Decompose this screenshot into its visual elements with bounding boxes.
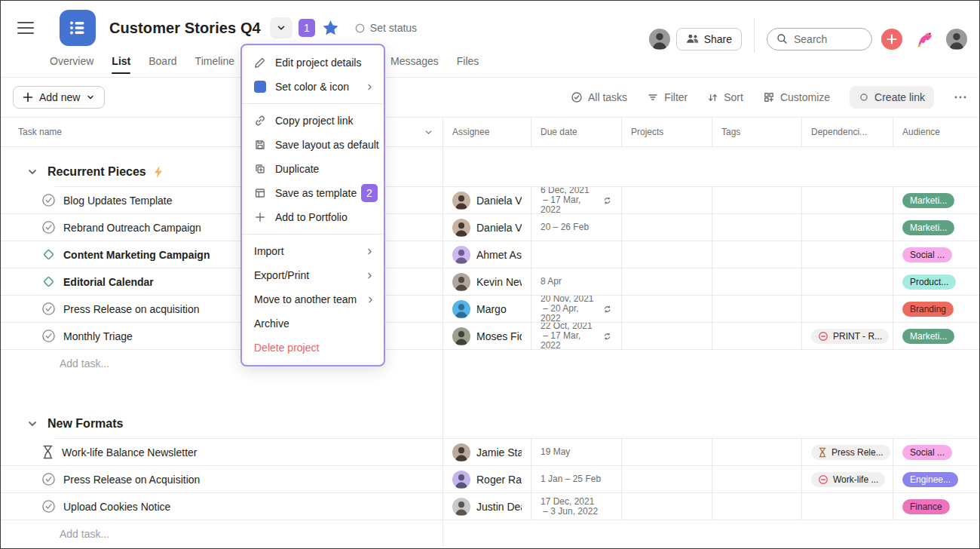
tab-list[interactable]: List: [112, 55, 130, 74]
user-avatar[interactable]: [946, 29, 967, 50]
dependencies-cell[interactable]: PRINT - R...: [801, 323, 893, 349]
task-row[interactable]: Press Release on Acquisition Roger Ray..…: [1, 466, 979, 493]
create-link-button[interactable]: Create link: [850, 86, 934, 109]
task-row[interactable]: Work-life Balance Newsletter Jamie Stap.…: [1, 439, 979, 466]
projects-cell[interactable]: [621, 466, 712, 492]
audience-cell[interactable]: Marketi...: [893, 187, 980, 213]
audience-cell[interactable]: Social ...: [893, 241, 980, 268]
set-status-button[interactable]: Set status: [355, 22, 417, 34]
tags-cell[interactable]: [712, 241, 801, 268]
tab-messages[interactable]: Messages: [390, 55, 439, 74]
tab-timeline[interactable]: Timeline: [195, 55, 234, 74]
menu-item-import[interactable]: Import: [242, 239, 384, 263]
sort-button[interactable]: Sort: [707, 91, 743, 103]
due-date-cell[interactable]: 17 Dec, 2021 – 3 Jun, 2022: [531, 493, 621, 520]
audience-cell[interactable]: Marketi...: [893, 214, 980, 241]
audience-pill[interactable]: Marketi...: [902, 193, 954, 208]
projects-cell[interactable]: [621, 439, 712, 465]
due-date-cell[interactable]: 19 May: [531, 439, 621, 465]
dependencies-cell[interactable]: [801, 187, 893, 213]
due-date-cell[interactable]: 6 Dec, 2021 – 17 Mar, 2022: [531, 187, 621, 213]
due-date-cell[interactable]: [531, 241, 621, 268]
section-title[interactable]: Recurrent Pieces: [47, 165, 164, 179]
project-menu-chevron[interactable]: [270, 17, 292, 38]
menu-item-edit-project-details[interactable]: Edit project details: [242, 51, 384, 75]
favorite-star-icon[interactable]: [323, 20, 338, 35]
collaborator-avatar[interactable]: [649, 29, 670, 50]
dependencies-cell[interactable]: [801, 214, 893, 241]
tags-cell[interactable]: [712, 268, 801, 295]
share-button[interactable]: Share: [676, 28, 742, 51]
column-header[interactable]: Projects: [621, 118, 712, 146]
assignee-cell[interactable]: Daniela Var...: [443, 187, 531, 213]
audience-pill[interactable]: Finance: [902, 499, 950, 514]
task-name[interactable]: Content Marketing Campaign: [63, 249, 210, 261]
section-collapse-icon[interactable]: [28, 167, 37, 176]
add-task-button[interactable]: Add task...: [1, 350, 979, 377]
assignee-cell[interactable]: Jamie Stap...: [443, 439, 531, 465]
due-date[interactable]: 17 Dec, 2021 – 3 Jun, 2022: [541, 497, 598, 517]
due-date-cell[interactable]: 8 Apr: [531, 268, 621, 295]
assignee-cell[interactable]: Justin Dean: [443, 493, 531, 520]
assignee-cell[interactable]: Margo: [443, 296, 531, 322]
task-name[interactable]: Editorial Calendar: [63, 276, 154, 288]
menu-item-export-print[interactable]: Export/Print: [242, 263, 384, 287]
sidebar-toggle-icon[interactable]: [17, 20, 34, 36]
due-date[interactable]: 8 Apr: [541, 277, 562, 287]
approval-hourglass-icon[interactable]: [41, 445, 54, 459]
projects-cell[interactable]: [621, 493, 712, 520]
dependencies-cell[interactable]: [801, 268, 893, 295]
task-name[interactable]: Work-life Balance Newsletter: [62, 446, 197, 459]
due-date[interactable]: 1 Jan – 25 Feb: [541, 474, 601, 484]
section-title[interactable]: New Formats: [47, 417, 123, 431]
task-row[interactable]: Rebrand Outreach Campaign Daniela Var...…: [1, 214, 979, 241]
search-input[interactable]: [794, 33, 862, 45]
tags-cell[interactable]: [712, 493, 801, 520]
menu-item-save-as-template[interactable]: Save as template 2: [242, 181, 384, 205]
task-name[interactable]: Upload Cookies Notice: [63, 501, 170, 513]
column-header[interactable]: Assignee: [443, 118, 531, 146]
projects-cell[interactable]: [621, 296, 712, 322]
tags-cell[interactable]: [712, 296, 801, 322]
dependencies-cell[interactable]: [801, 241, 893, 268]
due-date[interactable]: 6 Dec, 2021 – 17 Mar, 2022: [541, 187, 612, 213]
dependency-pill[interactable]: Press Rele...: [811, 445, 890, 460]
tab-overview[interactable]: Overview: [50, 55, 93, 74]
menu-item-duplicate[interactable]: Duplicate: [242, 157, 384, 181]
dependencies-cell[interactable]: [801, 296, 893, 322]
milestone-diamond-icon[interactable]: [41, 247, 56, 262]
task-name[interactable]: Press Release on acquisition: [63, 303, 200, 315]
audience-cell[interactable]: Finance: [893, 493, 980, 520]
audience-cell[interactable]: Social ...: [893, 439, 980, 465]
due-date-cell[interactable]: 1 Jan – 25 Feb: [531, 466, 621, 492]
audience-cell[interactable]: Product...: [893, 268, 980, 295]
tags-cell[interactable]: [712, 187, 801, 213]
menu-item-move-to-another-team[interactable]: Move to another team: [242, 287, 384, 311]
all-tasks-button[interactable]: All tasks: [571, 91, 627, 103]
dependencies-cell[interactable]: Press Rele...: [801, 439, 893, 465]
due-date-cell[interactable]: 22 Oct, 2021 – 17 Mar, 2022: [531, 323, 621, 349]
assignee-cell[interactable]: Kevin New...: [443, 268, 531, 295]
task-check-icon[interactable]: [41, 499, 56, 514]
menu-item-save-layout-as-default[interactable]: Save layout as default: [242, 133, 384, 157]
tags-cell[interactable]: [712, 466, 801, 492]
audience-pill[interactable]: Marketi...: [902, 329, 954, 344]
milestone-diamond-icon[interactable]: [41, 274, 56, 289]
section-collapse-button[interactable]: [28, 167, 37, 176]
tags-cell[interactable]: [712, 323, 801, 349]
due-date[interactable]: 19 May: [541, 447, 570, 457]
task-row[interactable]: Blog Updates Template Daniela Var... 6 D…: [1, 187, 979, 214]
due-date-cell[interactable]: 20 Nov, 2021 – 20 Apr, 2022: [531, 296, 621, 322]
audience-cell[interactable]: Branding: [893, 296, 980, 322]
section-collapse-icon[interactable]: [28, 419, 37, 428]
dependencies-cell[interactable]: [801, 493, 893, 520]
due-date[interactable]: 22 Oct, 2021 – 17 Mar, 2022: [541, 323, 612, 349]
dependencies-cell[interactable]: Work-life ...: [801, 466, 893, 492]
assignee-cell[interactable]: Roger Ray...: [443, 466, 531, 492]
tags-cell[interactable]: [712, 439, 801, 465]
audience-cell[interactable]: Marketi...: [893, 323, 980, 349]
due-date[interactable]: 20 – 26 Feb: [541, 222, 589, 232]
task-name[interactable]: Monthly Triage: [63, 330, 133, 342]
task-row[interactable]: Editorial Calendar Kevin New... 8 Apr Pr…: [1, 268, 979, 296]
task-check-icon[interactable]: [41, 302, 56, 316]
